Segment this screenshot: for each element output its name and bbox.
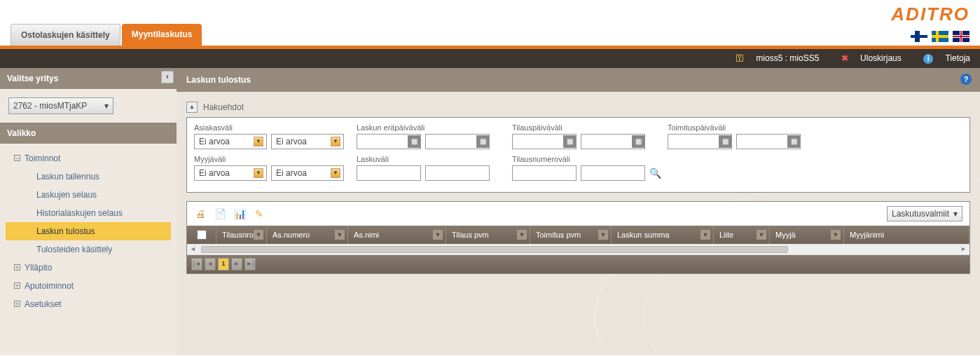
status-filter-select[interactable]: Laskutusvalmiit▾	[887, 206, 962, 221]
pdf-icon[interactable]: 📄	[214, 207, 226, 220]
select-all-checkbox[interactable]	[197, 230, 207, 240]
expand-icon: +	[14, 264, 20, 271]
asiakas-to-select[interactable]: Ei arvoa▼	[271, 134, 344, 149]
asiakas-from-select[interactable]: Ei arvoa▼	[194, 134, 267, 149]
filter-icon[interactable]: ▼	[433, 230, 443, 240]
calendar-icon[interactable]: ▦	[476, 135, 489, 148]
label-toimituspaiva: Toimituspäiväväli	[668, 123, 817, 132]
filter-icon[interactable]: ▼	[598, 230, 608, 240]
filter-icon[interactable]: ▼	[335, 230, 345, 240]
excel-icon[interactable]: 📊	[233, 207, 246, 220]
calendar-icon[interactable]: ▦	[787, 135, 800, 148]
calendar-icon[interactable]: ▦	[408, 135, 420, 148]
filter-icon[interactable]: ▼	[757, 230, 766, 240]
help-icon[interactable]: ?	[960, 74, 972, 85]
scrollbar-thumb[interactable]	[201, 246, 788, 253]
dropdown-arrow-icon: ▼	[331, 137, 340, 146]
pager-page-1[interactable]: 1	[218, 258, 229, 271]
tilausnro-to-input[interactable]	[581, 165, 645, 181]
col-myyja[interactable]: Myyjä▼	[770, 226, 844, 244]
company-select[interactable]: 2762 - miosMTjaKP ▾	[8, 97, 113, 114]
language-flags	[911, 31, 969, 42]
filter-icon[interactable]: ▼	[517, 230, 527, 240]
logout-link[interactable]: Uloskirjaus	[860, 53, 902, 63]
tab-ostolaskut[interactable]: Ostolaskujen käsittely	[11, 24, 120, 46]
calendar-icon[interactable]: ▦	[719, 135, 731, 148]
dropdown-arrow-icon: ▼	[254, 137, 263, 146]
col-toimituspvm[interactable]: Toimitus pvm▼	[530, 226, 612, 244]
toimituspaiva-from-input[interactable]: ▦	[668, 134, 732, 149]
search-header: ▲ Hakuehdot	[186, 102, 970, 113]
results-grid: 🖨 📄 📊 ✎ Laskutusvalmiit▾ Tilausnro▼ As.n…	[186, 201, 970, 274]
user-label: mioss5 : mioSS5	[756, 53, 819, 63]
tilauspaiva-to-input[interactable]: ▦	[581, 134, 645, 149]
tree-tulosteiden[interactable]: Tulosteiden käsittely	[0, 240, 177, 259]
search-collapse-button[interactable]: ▲	[186, 102, 198, 113]
col-tilauspvm[interactable]: Tilaus pvm▼	[446, 226, 530, 244]
grid-horizontal-scrollbar[interactable]	[187, 244, 969, 255]
dropdown-arrow-icon: ▼	[331, 168, 340, 178]
flag-finnish[interactable]	[911, 31, 927, 42]
tab-myyntilaskutus[interactable]: Myyntilaskutus	[122, 24, 202, 46]
label-asiakasvali: Asiakasväli	[194, 123, 351, 132]
label-tilausnumero: Tilausnumeroväli	[512, 155, 662, 163]
toimituspaiva-to-input[interactable]: ▦	[736, 134, 801, 149]
info-icon: i	[923, 54, 933, 64]
select-all-header	[187, 226, 216, 244]
filter-icon[interactable]: ▼	[701, 230, 710, 240]
tree-laskujen-selaus[interactable]: Laskujen selaus	[0, 186, 177, 204]
pager-last-button[interactable]: ►|	[244, 258, 256, 271]
search-icon[interactable]: 🔍	[649, 167, 661, 179]
filter-icon[interactable]: ▼	[254, 230, 263, 240]
sidebar-collapse-button[interactable]: ‹	[161, 71, 174, 83]
dropdown-arrow-icon: ▾	[953, 209, 958, 219]
lasku-to-input[interactable]	[425, 165, 490, 181]
col-asnumero[interactable]: As.numero▼	[267, 226, 348, 244]
myyja-from-select[interactable]: Ei arvoa▼	[194, 165, 267, 181]
col-liite[interactable]: Liite▼	[714, 226, 770, 244]
erapaiva-from-input[interactable]: ▦	[357, 134, 421, 149]
main-content: Laskun tulostus ? ▲ Hakuehdot Asiakasväl…	[177, 68, 980, 355]
tree-laskun-tallennus[interactable]: Laskun tallennus	[0, 167, 177, 186]
lasku-from-input[interactable]	[357, 165, 421, 181]
tree-yllapito[interactable]: +Ylläpito	[0, 259, 177, 277]
tree-asetukset[interactable]: +Asetukset	[0, 295, 177, 313]
filter-icon[interactable]: ▼	[831, 230, 841, 240]
grid-header-row: Tilausnro▼ As.numero▼ As.nimi▼ Tilaus pv…	[187, 226, 969, 244]
company-value: 2762 - miosMTjaKP	[13, 101, 87, 111]
menu-tree: −Toiminnot Laskun tallennus Laskujen sel…	[0, 144, 177, 319]
pager-next-button[interactable]: ►	[231, 258, 242, 271]
myyja-to-select[interactable]: Ei arvoa▼	[271, 165, 344, 181]
print-icon[interactable]: 🖨	[194, 207, 207, 220]
label-myyjavali: Myyjäväli	[194, 155, 351, 163]
pager-first-button[interactable]: |◄	[191, 258, 202, 271]
sidebar: Valitse yritys ‹ 2762 - miosMTjaKP ▾ Val…	[0, 68, 177, 355]
calendar-icon[interactable]: ▦	[563, 135, 576, 148]
key-icon: ⚿	[736, 53, 744, 63]
expand-icon: +	[14, 282, 20, 289]
tree-historia[interactable]: Historialaskujen selaus	[0, 204, 177, 222]
col-laskunsumma[interactable]: Laskun summa▼	[612, 226, 714, 244]
col-asnimi[interactable]: As.nimi▼	[348, 226, 446, 244]
col-tilausnro[interactable]: Tilausnro▼	[216, 226, 267, 244]
expand-icon: +	[14, 301, 20, 307]
tilauspaiva-from-input[interactable]: ▦	[512, 134, 577, 149]
tree-toiminnot[interactable]: −Toiminnot	[0, 149, 177, 167]
pager-prev-button[interactable]: ◄	[205, 258, 216, 271]
erapaiva-to-input[interactable]: ▦	[425, 134, 490, 149]
calendar-icon[interactable]: ▦	[632, 135, 644, 148]
info-link[interactable]: Tietoja	[945, 53, 970, 63]
tilausnro-from-input[interactable]	[512, 165, 577, 181]
edit-icon[interactable]: ✎	[253, 207, 265, 220]
label-tilauspaiva: Tilauspäiväväli	[512, 123, 662, 132]
main-tabs: Ostolaskujen käsittely Myyntilaskutus	[11, 24, 202, 46]
company-header: Valitse yritys ‹	[0, 68, 177, 89]
col-myyjanimi[interactable]: Myyjänimi	[844, 226, 969, 244]
label-erapaiva: Laskun eräpäiväväli	[357, 123, 506, 132]
flag-swedish[interactable]	[932, 31, 948, 42]
tree-laskun-tulostus[interactable]: Laskun tulostus	[6, 222, 171, 240]
flag-english[interactable]	[953, 31, 969, 42]
menu-header: Valikko	[0, 123, 177, 144]
dropdown-arrow-icon: ▼	[254, 168, 263, 178]
tree-aputoiminnot[interactable]: +Aputoiminnot	[0, 277, 177, 295]
